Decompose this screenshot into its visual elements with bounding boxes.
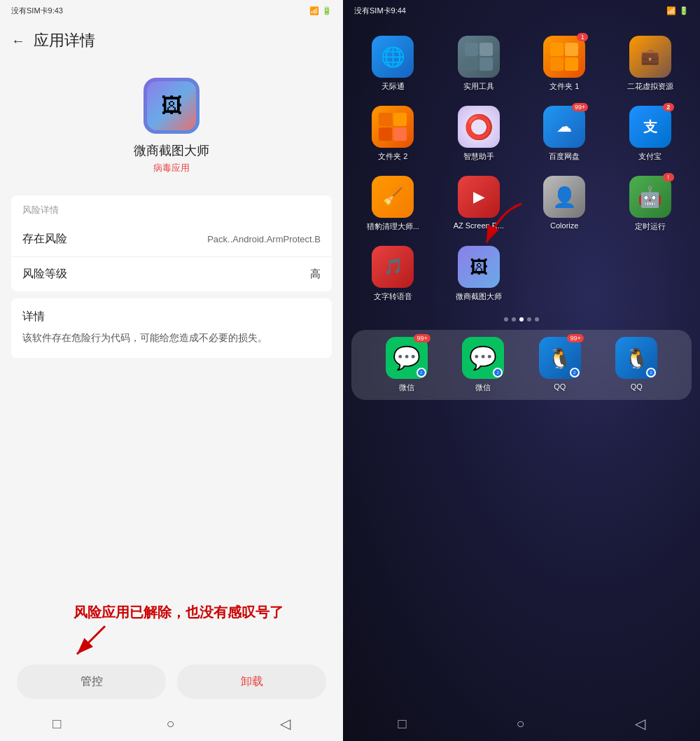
dot-3 [519,317,524,321]
app-cell-colorize[interactable]: 👤 Colorize [528,176,601,232]
left-nav-bar: □ ○ ◁ [0,706,343,741]
virus-label: 病毒应用 [153,162,190,174]
dock: 💬 99+ 2 微信 💬 2 微信 🐧 99+ 2 QQ 🐧 2 [351,330,692,400]
arrow-manage [63,619,119,664]
app-cell-folder1[interactable]: 1 文件夹 1 [528,36,601,92]
left-header: ← 应用详情 [0,22,343,57]
qq1-badge2: 2 [570,368,580,378]
zhihui-label: 智慧助手 [463,151,494,162]
right-battery-icon: 🔋 [679,6,689,15]
liebao-label: 猎豹清理大师... [367,221,419,232]
dot-4 [527,317,531,321]
right-nav-home[interactable]: ○ [517,716,525,732]
right-status-icons: 📶 🔋 [666,6,689,15]
app-cell-zhihui[interactable]: ⭕ 智慧助手 [443,106,515,162]
arrow-to-wechat-cap [472,197,528,256]
left-phone: 没有SIM卡9:43 📶 🔋 ← 应用详情 🖼 微商截图大师 病毒应用 风险详情… [0,0,343,741]
tianjitong-icon: 🌐 [372,36,414,78]
qq1-badge: 99+ [567,334,583,342]
erhua-label: 二花虚拟资源 [627,81,673,92]
wechat2-icon: 💬 2 [462,337,504,379]
dingshi-label: 定时运行 [635,221,666,232]
wechat1-icon: 💬 99+ 2 [386,337,428,379]
manage-button[interactable]: 管控 [17,665,166,699]
app-info-section: 🖼 微商截图大师 病毒应用 [0,57,343,188]
left-status-bar: 没有SIM卡9:43 📶 🔋 [0,0,343,22]
app-cell-dingshi[interactable]: 🤖 ! 定时运行 [615,176,687,232]
baidu-badge: 99+ [572,103,588,111]
app-cell-weixincap[interactable]: 🖼 微商截图大师 [443,246,515,302]
qq2-label: QQ [631,382,643,391]
right-status-bar: 没有SIM卡9:44 📶 🔋 [343,0,700,22]
folder1-inner [546,39,582,75]
baidu-label: 百度网盘 [549,151,580,162]
risk-exists-value: Pack..Android.ArmProtect.B [207,234,321,244]
nav-back-icon[interactable]: ◁ [280,715,290,732]
zhihui-icon: ⭕ [458,106,500,148]
right-signal-icon: 📶 [666,6,676,15]
shiyong-icon [458,36,500,78]
uninstall-button[interactable]: 卸载 [177,665,326,699]
app-cell-zhifubao[interactable]: 支 2 支付宝 [615,106,687,162]
folder1-icon: 1 [543,36,585,78]
dock-qq2[interactable]: 🐧 2 QQ [615,337,657,393]
signal-bars-icon: 📶 [309,6,319,15]
nav-square-icon[interactable]: □ [52,716,61,732]
bottom-buttons: 管控 卸载 [0,665,343,699]
svg-line-1 [77,626,105,654]
zhifubao-icon: 支 2 [629,106,671,148]
nav-home-icon[interactable]: ○ [166,716,174,732]
risk-detail-block: 详情 该软件存在危险行为代码，可能给您造成不必要的损失。 [11,298,332,358]
shiyong-label: 实用工具 [463,81,494,92]
left-status-right: 📶 🔋 [309,6,332,15]
wifi-icon: 🔋 [322,6,332,15]
page-dots [343,309,700,330]
app-cell-erhua[interactable]: 💼 二花虚拟资源 [615,36,687,92]
wechat2-badge: 2 [493,368,503,378]
app-cell-liebao[interactable]: 🧹 猎豹清理大师... [357,176,429,232]
page-title: 应用详情 [34,30,95,51]
qq2-badge: 2 [646,368,656,378]
qq1-icon: 🐧 99+ 2 [539,337,581,379]
wechat1-badge: 99+ [414,334,430,342]
dot-2 [512,317,516,321]
app-cell-tianjitong[interactable]: 🌐 天际通 [357,36,429,92]
risk-row-level: 风险等级 高 [11,257,332,291]
left-status-sim: 没有SIM卡9:43 [11,6,63,16]
wechat1-badge2: 2 [416,368,426,378]
risk-row-exists: 存在风险 Pack..Android.ArmProtect.B [11,222,332,257]
app-icon: 🖼 [144,78,200,134]
right-nav-square[interactable]: □ [398,716,406,732]
risk-details-section: 风险详情 存在风险 Pack..Android.ArmProtect.B 风险等… [11,195,332,291]
back-button[interactable]: ← [11,33,25,49]
colorize-label: Colorize [550,221,578,230]
folder2-label: 文件夹 2 [378,151,407,162]
app-cell-baidu[interactable]: ☁ 99+ 百度网盘 [528,106,601,162]
app-grid: 🌐 天际通 实用工具 1 [343,22,700,309]
dingshi-badge: ! [663,173,674,181]
dock-wechat2[interactable]: 💬 2 微信 [462,337,504,393]
zhifubao-label: 支付宝 [638,151,662,162]
right-status-sim: 没有SIM卡9:44 [354,6,406,16]
right-nav-back[interactable]: ◁ [635,715,645,732]
folder1-badge: 1 [577,33,588,41]
app-cell-folder2[interactable]: 文件夹 2 [357,106,429,162]
liebao-icon: 🧹 [372,176,414,218]
right-nav-bar: □ ○ ◁ [343,706,700,741]
detail-text: 该软件存在危险行为代码，可能给您造成不必要的损失。 [22,330,321,347]
wenzi-label: 文字转语音 [374,291,412,302]
risk-level-value: 高 [310,268,321,281]
wenzi-icon: 🎵 [372,246,414,288]
app-cell-shiyong[interactable]: 实用工具 [443,36,515,92]
right-phone: 没有SIM卡9:44 📶 🔋 🌐 天际通 实用工具 [343,0,700,741]
risk-section-title: 风险详情 [11,195,332,222]
dock-qq1[interactable]: 🐧 99+ 2 QQ [539,337,581,393]
qq1-label: QQ [554,382,566,391]
folder-shiyong [461,39,497,75]
folder2-icon [372,106,414,148]
app-icon-inner: 🖼 [147,81,196,130]
folder1-label: 文件夹 1 [550,81,579,92]
dot-1 [504,317,508,321]
app-cell-wenzi[interactable]: 🎵 文字转语音 [357,246,429,302]
dock-wechat1[interactable]: 💬 99+ 2 微信 [386,337,428,393]
